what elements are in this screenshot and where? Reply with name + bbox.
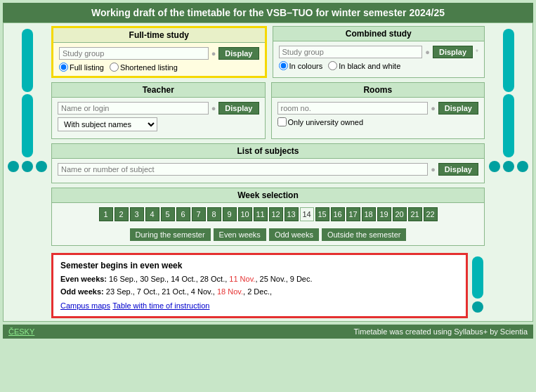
display-btn-teacher[interactable]: Display xyxy=(218,102,259,115)
radio-in-colours-label: In colours xyxy=(289,62,323,70)
week-19[interactable]: 19 xyxy=(377,207,391,221)
input-dot-rooms: ● xyxy=(431,104,436,112)
week-3[interactable]: 3 xyxy=(130,207,144,221)
display-btn-combined[interactable]: Display xyxy=(433,46,473,58)
display-btn-rooms[interactable]: Display xyxy=(438,102,478,115)
even-weeks-dates-part2: , 25 Nov., 9 Dec. xyxy=(255,275,312,283)
right-decoration xyxy=(488,26,530,318)
week-buttons-container: During the semester Even weeks Odd weeks… xyxy=(52,226,484,245)
university-owned-checkbox[interactable] xyxy=(277,117,287,126)
list-subjects-title: List of subjects xyxy=(52,144,484,159)
odd-weeks-highlight: 18 Nov. xyxy=(217,287,243,296)
even-weeks-label: Even weeks: xyxy=(60,275,107,283)
week-13[interactable]: 13 xyxy=(285,207,299,221)
study-group-input-combined[interactable] xyxy=(279,46,423,58)
credit-text: Timetable was created using Syllabus+ by… xyxy=(353,327,528,336)
combined-study-section: Combined study ● Display * In colours xyxy=(273,26,485,78)
week-2[interactable]: 2 xyxy=(115,207,129,221)
during-semester-btn[interactable]: During the semester xyxy=(130,228,211,241)
teal-bar-right-top-1 xyxy=(503,29,514,92)
radio-shortened-listing-label: Shortened listing xyxy=(120,63,178,72)
table-instruction-link[interactable]: Table with time of instruction xyxy=(112,301,209,310)
info-box: Semester begins in even week Even weeks:… xyxy=(51,253,468,318)
teal-circle-right-2 xyxy=(503,161,514,172)
even-weeks-btn[interactable]: Even weeks xyxy=(214,228,266,241)
page-wrapper: Working draft of the timetable for the V… xyxy=(0,0,536,341)
week-1[interactable]: 1 xyxy=(99,207,113,221)
combined-title: Combined study xyxy=(273,27,485,41)
teal-circle-right-3 xyxy=(517,161,528,172)
input-dot-fulltime: ● xyxy=(211,49,216,58)
teal-circle-right xyxy=(472,301,483,313)
radio-full-listing-label: Full listing xyxy=(70,63,104,72)
odd-weeks-dates-part1: 23 Sep., 7 Oct., 21 Oct., 4 Nov., xyxy=(106,287,217,296)
checkbox-university-owned[interactable]: Only university owned xyxy=(277,117,364,126)
teacher-title: Teacher xyxy=(52,83,265,98)
week-14[interactable]: 14 xyxy=(300,207,314,221)
week-selection-title: Week selection xyxy=(52,188,484,203)
week-selection-section: Week selection 1 2 3 4 5 6 7 8 9 10 11 1… xyxy=(51,188,485,246)
teacher-input[interactable] xyxy=(58,102,209,115)
week-15[interactable]: 15 xyxy=(315,207,329,221)
rooms-section: Rooms ● Display Only university owned xyxy=(271,82,485,139)
room-input[interactable] xyxy=(277,102,429,115)
radio-black-white[interactable]: In black and white xyxy=(328,61,400,70)
campus-maps-link[interactable]: Campus maps xyxy=(60,301,110,310)
input-dot-combined: ● xyxy=(425,48,430,56)
even-weeks-dates-part1: 16 Sep., 30 Sep., 14 Oct., 28 Oct., xyxy=(109,275,229,283)
odd-weeks-btn[interactable]: Odd weeks xyxy=(269,228,319,241)
week-20[interactable]: 20 xyxy=(393,207,407,221)
input-dot-teacher: ● xyxy=(211,104,216,112)
teal-circle-1 xyxy=(8,161,19,172)
week-21[interactable]: 21 xyxy=(408,207,422,221)
links-row: Campus maps Table with time of instructi… xyxy=(60,301,459,311)
week-17[interactable]: 17 xyxy=(346,207,360,221)
odd-weeks-dates-part2: , 2 Dec., xyxy=(243,287,272,296)
subject-input[interactable] xyxy=(58,163,428,176)
week-22[interactable]: 22 xyxy=(424,207,438,221)
teal-circle-2 xyxy=(22,161,33,172)
left-decoration xyxy=(6,26,48,318)
display-btn-subjects[interactable]: Display xyxy=(438,163,478,176)
week-11[interactable]: 11 xyxy=(254,207,268,221)
week-8[interactable]: 8 xyxy=(207,207,221,221)
week-7[interactable]: 7 xyxy=(192,207,206,221)
right-deco-info xyxy=(471,250,485,318)
week-18[interactable]: 18 xyxy=(362,207,376,221)
teacher-display-select[interactable]: With subject names Without subject names xyxy=(58,117,157,131)
week-16[interactable]: 16 xyxy=(331,207,345,221)
odd-weeks-info: Odd weeks: 23 Sep., 7 Oct., 21 Oct., 4 N… xyxy=(60,286,459,299)
display-btn-fulltime[interactable]: Display xyxy=(218,47,259,60)
outside-semester-btn[interactable]: Outside the semester xyxy=(322,228,407,241)
radio-in-colours[interactable]: In colours xyxy=(279,61,323,70)
study-group-input-fulltime[interactable] xyxy=(59,47,209,60)
footer: ČESKY Timetable was created using Syllab… xyxy=(3,325,533,339)
teacher-section: Teacher ● Display With subject names Wit… xyxy=(51,82,266,139)
list-of-subjects-section: List of subjects ● Display xyxy=(51,143,485,183)
week-9[interactable]: 9 xyxy=(223,207,237,221)
week-6[interactable]: 6 xyxy=(176,207,190,221)
week-10[interactable]: 10 xyxy=(238,207,252,221)
semester-note: Semester begins in even week xyxy=(60,261,459,270)
week-numbers-container: 1 2 3 4 5 6 7 8 9 10 11 12 13 14 15 16 1 xyxy=(52,203,484,226)
university-owned-label: Only university owned xyxy=(288,118,364,126)
week-12[interactable]: 12 xyxy=(269,207,283,221)
input-dot-subjects: ● xyxy=(431,165,436,174)
radio-shortened-listing[interactable]: Shortened listing xyxy=(110,63,178,72)
teal-circle-3 xyxy=(36,161,47,172)
czech-link[interactable]: ČESKY xyxy=(8,327,34,336)
odd-weeks-label: Odd weeks: xyxy=(60,287,104,296)
page-title: Working draft of the timetable for the V… xyxy=(3,3,533,22)
even-weeks-highlight: 11 Nov. xyxy=(229,275,255,283)
teal-bar-2 xyxy=(22,94,33,157)
fulltime-title: Full-time study xyxy=(53,28,265,43)
week-5[interactable]: 5 xyxy=(161,207,175,221)
teal-bar-right-1 xyxy=(472,256,483,299)
radio-full-listing[interactable]: Full listing xyxy=(59,63,104,72)
teal-bar-right-top-2 xyxy=(503,94,514,157)
asterisk-combined: * xyxy=(476,48,478,56)
fulltime-study-section: Full-time study ● Display Full listing xyxy=(51,26,267,78)
rooms-title: Rooms xyxy=(272,83,485,98)
even-weeks-info: Even weeks: 16 Sep., 30 Sep., 14 Oct., 2… xyxy=(60,273,459,286)
week-4[interactable]: 4 xyxy=(145,207,159,221)
